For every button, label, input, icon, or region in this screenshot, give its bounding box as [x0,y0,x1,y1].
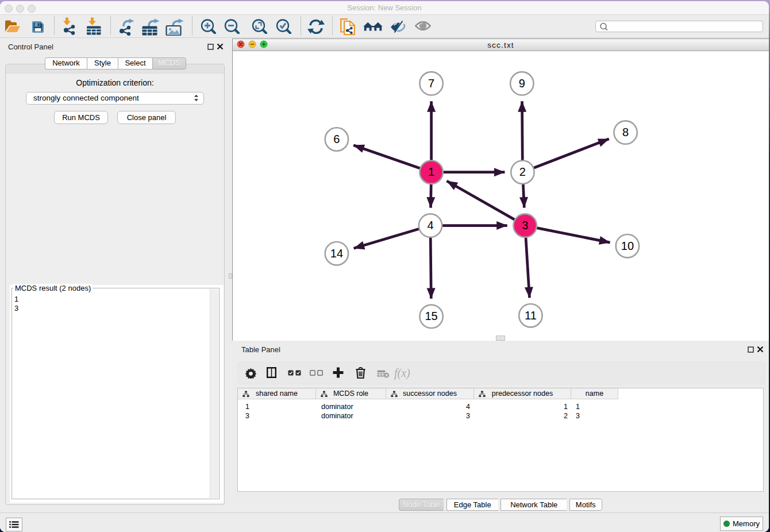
svg-text:9: 9 [519,77,525,90]
svg-text:3: 3 [522,219,528,232]
svg-text:8: 8 [622,126,629,138]
svg-text:1: 1 [428,165,434,178]
svg-text:7: 7 [428,77,434,90]
svg-text:14: 14 [330,247,343,260]
svg-text:11: 11 [525,309,537,322]
svg-text:10: 10 [621,240,634,252]
svg-text:15: 15 [425,310,437,322]
svg-text:2: 2 [519,165,526,178]
svg-text:6: 6 [333,133,340,145]
svg-text:4: 4 [427,219,433,232]
